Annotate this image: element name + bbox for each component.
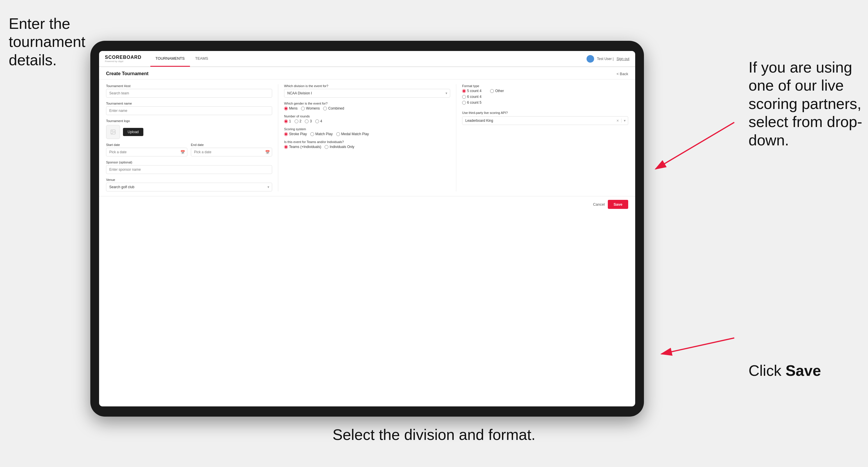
live-scoring-input-wrapper: × ▾ — [462, 116, 628, 125]
sponsor-input[interactable] — [106, 165, 272, 174]
navbar: SCOREBOARD Powered by clippt TOURNAMENTS… — [99, 51, 635, 67]
start-date-input[interactable] — [106, 148, 187, 156]
user-label: Test User | — [597, 57, 614, 61]
logo-row: Upload — [106, 125, 272, 139]
brand: SCOREBOARD Powered by clippt — [105, 55, 142, 63]
calendar-icon: 📅 — [180, 150, 185, 154]
logo-placeholder — [106, 125, 120, 139]
scoring-medal-match[interactable]: Medal Match Play — [336, 132, 369, 136]
form-body: Tournament Host Tournament name Tourname… — [99, 80, 635, 196]
user-avatar — [587, 55, 594, 63]
start-date-wrapper: 📅 — [106, 148, 187, 156]
format-col-right: Other — [490, 89, 504, 104]
format-other[interactable]: Other — [490, 89, 504, 93]
gender-mens[interactable]: Mens — [284, 106, 298, 111]
annotation-top-left: Enter the tournament details. — [9, 14, 96, 69]
venue-select[interactable]: Search golf club — [106, 183, 272, 191]
rounds-label: Number of rounds — [284, 115, 450, 118]
upload-button[interactable]: Upload — [123, 128, 143, 136]
navbar-nav: TOURNAMENTS TEAMS — [150, 51, 587, 67]
format-5count4[interactable]: 5 count 4 — [462, 89, 482, 93]
format-6count5[interactable]: 6 count 5 — [462, 100, 482, 104]
brand-title: SCOREBOARD — [105, 55, 142, 60]
sponsor-label: Sponsor (optional) — [106, 160, 272, 164]
teams-group: Is this event for Teams and/or Individua… — [284, 140, 450, 149]
format-options: 5 count 4 6 count 4 6 count 5 — [462, 89, 628, 104]
rounds-2[interactable]: 2 — [294, 119, 302, 123]
annotation-bottom-right: Click Save — [748, 362, 865, 380]
rounds-4[interactable]: 4 — [315, 119, 322, 123]
start-date-label: Start date — [106, 143, 187, 147]
venue-select-wrapper: Search golf club — [106, 183, 272, 191]
end-date-wrapper: 📅 — [191, 148, 272, 156]
sponsor-group: Sponsor (optional) — [106, 160, 272, 174]
annotation-bottom-center: Select the division and format. — [333, 426, 535, 444]
rounds-1[interactable]: 1 — [284, 119, 291, 123]
gender-radio-group: Mens Womens Combined — [284, 106, 450, 111]
nav-tournaments[interactable]: TOURNAMENTS — [150, 51, 190, 67]
col-divider-1 — [278, 84, 278, 191]
navbar-right: Test User | Sign out — [587, 55, 629, 63]
page-header: Create Tournament < Back — [99, 67, 635, 80]
live-scoring-section: Use third-party live scoring API? × ▾ — [462, 111, 628, 125]
teams-individuals-only[interactable]: Individuals Only — [324, 145, 354, 149]
cancel-button[interactable]: Cancel — [593, 202, 604, 207]
gender-combined[interactable]: Combined — [323, 106, 344, 111]
start-date-field: Start date 📅 — [106, 143, 187, 156]
teams-label: Is this event for Teams and/or Individua… — [284, 140, 450, 144]
teams-with-individuals[interactable]: Teams (+Individuals) — [284, 145, 321, 149]
division-select-wrapper: NCAA Division I NCAA Division II NCAA Di… — [284, 89, 450, 98]
tournament-name-label: Tournament name — [106, 102, 272, 105]
format-6count4[interactable]: 6 count 4 — [462, 95, 482, 99]
brand-sub: Powered by clippt — [105, 60, 142, 63]
tournament-name-group: Tournament name — [106, 102, 272, 115]
tournament-name-input[interactable] — [106, 106, 272, 115]
svg-line-6 — [661, 338, 734, 354]
end-date-field: End date 📅 — [191, 143, 272, 156]
end-date-label: End date — [191, 143, 272, 147]
scoring-label: Scoring system — [284, 127, 450, 131]
format-label: Format type — [462, 84, 628, 88]
tournament-logo-group: Tournament logo Upload — [106, 119, 272, 139]
form-middle-col: Which division is the event for? NCAA Di… — [284, 84, 450, 191]
calendar-end-icon: 📅 — [265, 150, 270, 154]
tablet-device: SCOREBOARD Powered by clippt TOURNAMENTS… — [90, 41, 644, 416]
page-title: Create Tournament — [106, 71, 149, 76]
gender-womens[interactable]: Womens — [301, 106, 320, 111]
format-col-left: 5 count 4 6 count 4 6 count 5 — [462, 89, 482, 104]
tournament-host-group: Tournament Host — [106, 84, 272, 98]
form-footer: Cancel Save — [99, 196, 635, 212]
tournament-host-label: Tournament Host — [106, 84, 272, 88]
save-button[interactable]: Save — [608, 200, 628, 209]
teams-radio-group: Teams (+Individuals) Individuals Only — [284, 145, 450, 149]
tablet-screen: SCOREBOARD Powered by clippt TOURNAMENTS… — [99, 51, 635, 406]
sign-out-link[interactable]: Sign out — [617, 57, 629, 61]
scoring-radio-group: Stroke Play Match Play Medal Match Play — [284, 132, 450, 136]
venue-label: Venue — [106, 178, 272, 182]
rounds-3[interactable]: 3 — [305, 119, 312, 123]
venue-group: Venue Search golf club — [106, 178, 272, 191]
svg-line-5 — [656, 122, 734, 169]
live-scoring-label: Use third-party live scoring API? — [462, 111, 628, 115]
live-scoring-clear-icon[interactable]: × — [614, 118, 621, 123]
form-right-col: Format type 5 count 4 6 count 4 — [462, 84, 628, 191]
col-divider-2 — [456, 84, 456, 191]
nav-teams[interactable]: TEAMS — [190, 51, 214, 67]
scoring-group: Scoring system Stroke Play Match Play — [284, 127, 450, 136]
scoring-match[interactable]: Match Play — [310, 132, 333, 136]
end-date-input[interactable] — [191, 148, 272, 156]
rounds-radio-group: 1 2 3 4 — [284, 119, 450, 123]
back-link[interactable]: < Back — [617, 72, 628, 76]
annotation-top-right: If you are using one of our live scoring… — [748, 58, 865, 149]
tournament-host-input[interactable] — [106, 89, 272, 98]
date-row: Start date 📅 End date 📅 — [106, 143, 272, 156]
division-select[interactable]: NCAA Division I NCAA Division II NCAA Di… — [284, 89, 450, 98]
svg-point-9 — [112, 131, 113, 132]
rounds-group: Number of rounds 1 2 3 — [284, 115, 450, 123]
live-scoring-value-input[interactable] — [462, 117, 614, 125]
scoring-stroke[interactable]: Stroke Play — [284, 132, 307, 136]
live-scoring-dropdown-icon[interactable]: ▾ — [621, 119, 628, 123]
division-group: Which division is the event for? NCAA Di… — [284, 84, 450, 98]
form-left-col: Tournament Host Tournament name Tourname… — [106, 84, 272, 191]
tournament-logo-label: Tournament logo — [106, 119, 272, 123]
